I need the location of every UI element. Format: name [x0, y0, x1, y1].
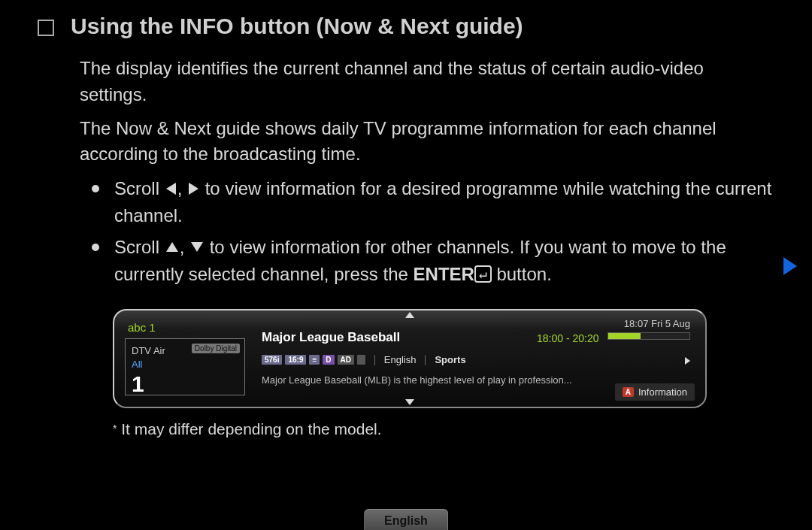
instruction-item-1: Scroll , to view information for a desir…	[80, 175, 774, 229]
right-arrow-icon	[189, 183, 198, 195]
programme-info: Major League Baseball 18:00 - 20:20 576i…	[262, 330, 692, 386]
footnote-text: It may differ depending on the model.	[117, 420, 381, 438]
scroll-down-icon[interactable]	[405, 399, 414, 405]
audio-language: English	[384, 354, 417, 365]
programme-time: 18:00 - 20:20	[537, 332, 599, 344]
information-button[interactable]: A Information	[615, 383, 695, 401]
next-page-icon[interactable]	[783, 257, 797, 275]
information-label: Information	[638, 386, 687, 398]
resolution-badge: 576i	[262, 355, 282, 365]
instruction-list: Scroll , to view information for a desir…	[80, 175, 774, 288]
up-arrow-icon	[166, 242, 178, 252]
ad-badge: AD	[338, 355, 354, 365]
red-a-icon: A	[623, 387, 634, 397]
aspect-badge: 16:9	[285, 355, 306, 365]
progress-bar	[607, 332, 690, 340]
intro-para-1: The display identifies the current chann…	[80, 56, 774, 108]
channel-name: abc 1	[128, 321, 245, 334]
intro-para-2: The Now & Next guide shows daily TV prog…	[80, 116, 774, 168]
divider	[425, 355, 426, 365]
scroll-up-icon[interactable]	[405, 312, 414, 318]
badge-row: 576i 16:9 ≡ D AD English Sports	[262, 354, 692, 365]
enter-icon: ↵	[474, 265, 492, 283]
text: Scroll	[114, 178, 165, 198]
d-badge: D	[323, 355, 334, 365]
enter-label: ENTER	[414, 264, 474, 284]
down-arrow-icon	[191, 242, 203, 252]
channel-box: DTV Air Dolby Digital All 1	[125, 338, 245, 395]
text: button.	[496, 264, 551, 284]
channel-number: 1	[132, 371, 238, 397]
scroll-right-icon[interactable]	[685, 357, 690, 365]
signal-type: DTV Air	[132, 345, 165, 356]
channel-info: abc 1 DTV Air Dolby Digital All 1	[125, 321, 245, 395]
subtitle-badge: ≡	[309, 355, 320, 365]
progress-fill	[608, 333, 641, 339]
section-icon	[38, 20, 54, 36]
asterisk-icon: *	[113, 422, 117, 435]
text: Scroll	[114, 237, 165, 257]
page-title: Using the INFO button (Now & Next guide)	[71, 14, 523, 39]
footnote: * It may differ depending on the model.	[113, 420, 774, 438]
text: to view information for a desired progra…	[114, 178, 771, 226]
instruction-item-2: Scroll , to view information for other c…	[80, 234, 774, 288]
extra-badge	[357, 355, 365, 365]
divider	[374, 355, 375, 365]
genre: Sports	[435, 354, 465, 365]
dolby-badge: Dolby Digital	[192, 344, 240, 353]
language-tab[interactable]: English	[364, 509, 448, 530]
clock: 18:07 Fri 5 Aug	[624, 318, 690, 329]
category-all: All	[132, 359, 238, 370]
left-arrow-icon	[166, 183, 176, 195]
guide-panel: 18:07 Fri 5 Aug abc 1 DTV Air Dolby Digi…	[113, 309, 707, 408]
